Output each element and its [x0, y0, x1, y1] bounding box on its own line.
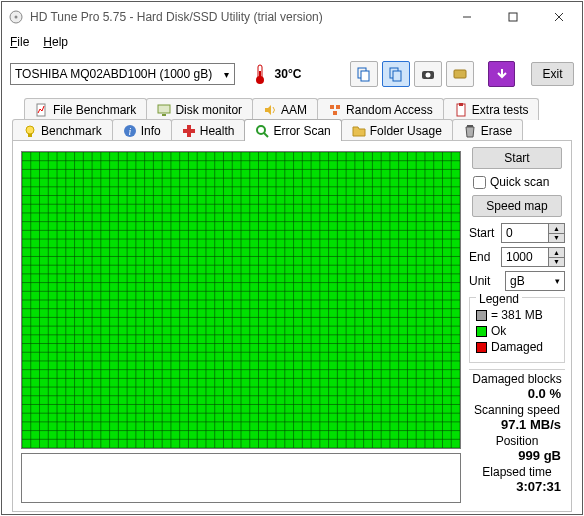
- position-label: Position: [469, 434, 565, 448]
- svg-point-14: [426, 73, 431, 78]
- toolbar: TOSHIBA MQ02ABD100H (1000 gB) ▾ 30°C Exi…: [2, 56, 582, 92]
- tab-row-1: File Benchmark Disk monitor AAM Random A…: [24, 98, 572, 120]
- svg-point-1: [15, 16, 18, 19]
- trash-icon: [463, 124, 477, 138]
- svg-rect-8: [259, 71, 261, 79]
- damaged-blocks-value: 0.0 %: [469, 386, 565, 401]
- end-spinner[interactable]: ▲▼: [548, 248, 564, 266]
- tab-aam[interactable]: AAM: [252, 98, 318, 120]
- minimize-button[interactable]: [444, 2, 490, 32]
- copy-info-button[interactable]: [350, 61, 378, 87]
- file-benchmark-icon: [35, 103, 49, 117]
- legend-block-icon: [476, 310, 487, 321]
- tab-panel-error-scan: Start Quick scan Speed map Start ▲▼ End: [12, 140, 572, 512]
- tab-random-access[interactable]: Random Access: [317, 98, 444, 120]
- side-panel: Start Quick scan Speed map Start ▲▼ End: [469, 147, 565, 505]
- end-input[interactable]: [502, 248, 548, 266]
- speaker-icon: [263, 103, 277, 117]
- tab-row-2: Benchmark iInfo Health Error Scan Folder…: [12, 119, 572, 141]
- monitor-icon: [157, 103, 171, 117]
- quick-scan-label: Quick scan: [490, 175, 549, 189]
- application-window: HD Tune Pro 5.75 - Hard Disk/SSD Utility…: [1, 1, 583, 515]
- chevron-down-icon: ▾: [555, 276, 560, 286]
- menu-file[interactable]: File: [10, 35, 29, 49]
- thermometer-icon: [251, 61, 268, 87]
- window-title: HD Tune Pro 5.75 - Hard Disk/SSD Utility…: [30, 10, 444, 24]
- start-button[interactable]: Start: [472, 147, 562, 169]
- tab-disk-monitor[interactable]: Disk monitor: [146, 98, 253, 120]
- tab-health[interactable]: Health: [171, 119, 246, 141]
- damaged-blocks-label: Damaged blocks: [469, 372, 565, 386]
- options-button[interactable]: [446, 61, 474, 87]
- temperature-value: 30°C: [275, 67, 302, 81]
- copy-screenshot-button[interactable]: [382, 61, 410, 87]
- save-screenshot-button[interactable]: [414, 61, 442, 87]
- start-field-label: Start: [469, 226, 497, 240]
- svg-rect-25: [28, 134, 32, 137]
- svg-rect-32: [467, 125, 473, 127]
- tab-benchmark[interactable]: Benchmark: [12, 119, 113, 141]
- svg-rect-29: [183, 129, 195, 133]
- info-icon: i: [123, 124, 137, 138]
- speed-map-button[interactable]: Speed map: [472, 195, 562, 217]
- svg-rect-19: [330, 105, 334, 109]
- svg-rect-12: [393, 71, 401, 81]
- log-output: [21, 453, 461, 503]
- svg-rect-20: [336, 105, 340, 109]
- save-button[interactable]: [488, 61, 515, 87]
- close-button[interactable]: [536, 2, 582, 32]
- legend-damaged-icon: [476, 342, 487, 353]
- svg-text:i: i: [128, 126, 131, 137]
- unit-select[interactable]: gB▾: [505, 271, 565, 291]
- titlebar: HD Tune Pro 5.75 - Hard Disk/SSD Utility…: [2, 2, 582, 32]
- app-icon: [8, 9, 24, 25]
- tab-container: File Benchmark Disk monitor AAM Random A…: [12, 98, 572, 512]
- scan-grid: [21, 151, 461, 449]
- tab-error-scan[interactable]: Error Scan: [244, 119, 341, 141]
- svg-rect-23: [459, 103, 463, 106]
- tab-file-benchmark[interactable]: File Benchmark: [24, 98, 147, 120]
- menubar: File Help: [2, 32, 582, 52]
- stats-fieldset: Damaged blocks 0.0 % Scanning speed 97.1…: [469, 369, 565, 494]
- magnifier-icon: [255, 124, 269, 138]
- end-field-label: End: [469, 250, 497, 264]
- start-spinner[interactable]: ▲▼: [548, 224, 564, 242]
- position-value: 999 gB: [469, 448, 565, 463]
- bulb-icon: [23, 124, 37, 138]
- svg-rect-10: [361, 71, 369, 81]
- folder-icon: [352, 124, 366, 138]
- legend-fieldset: Legend = 381 MB Ok Damaged: [469, 297, 565, 363]
- start-input-wrap: ▲▼: [501, 223, 565, 243]
- legend-ok-icon: [476, 326, 487, 337]
- menu-help[interactable]: Help: [43, 35, 68, 49]
- chevron-down-icon: ▾: [218, 69, 234, 80]
- svg-rect-3: [509, 13, 517, 21]
- elapsed-time-label: Elapsed time: [469, 465, 565, 479]
- svg-rect-21: [333, 111, 337, 115]
- svg-point-30: [257, 126, 265, 134]
- scanning-speed-value: 97.1 MB/s: [469, 417, 565, 432]
- tab-info[interactable]: iInfo: [112, 119, 172, 141]
- drive-selector[interactable]: TOSHIBA MQ02ABD100H (1000 gB) ▾: [10, 63, 235, 85]
- maximize-button[interactable]: [490, 2, 536, 32]
- svg-line-31: [264, 133, 268, 137]
- tab-erase[interactable]: Erase: [452, 119, 523, 141]
- svg-rect-18: [162, 114, 166, 116]
- exit-button[interactable]: Exit: [531, 62, 574, 86]
- tab-extra-tests[interactable]: Extra tests: [443, 98, 540, 120]
- elapsed-time-value: 3:07:31: [469, 479, 565, 494]
- quick-scan-checkbox[interactable]: [473, 176, 486, 189]
- scanning-speed-label: Scanning speed: [469, 403, 565, 417]
- unit-field-label: Unit: [469, 274, 497, 288]
- start-input[interactable]: [502, 224, 548, 242]
- clipboard-icon: [454, 103, 468, 117]
- end-input-wrap: ▲▼: [501, 247, 565, 267]
- health-icon: [182, 124, 196, 138]
- svg-point-24: [26, 126, 34, 134]
- svg-rect-15: [454, 70, 466, 78]
- tab-folder-usage[interactable]: Folder Usage: [341, 119, 453, 141]
- svg-rect-17: [158, 105, 170, 113]
- random-icon: [328, 103, 342, 117]
